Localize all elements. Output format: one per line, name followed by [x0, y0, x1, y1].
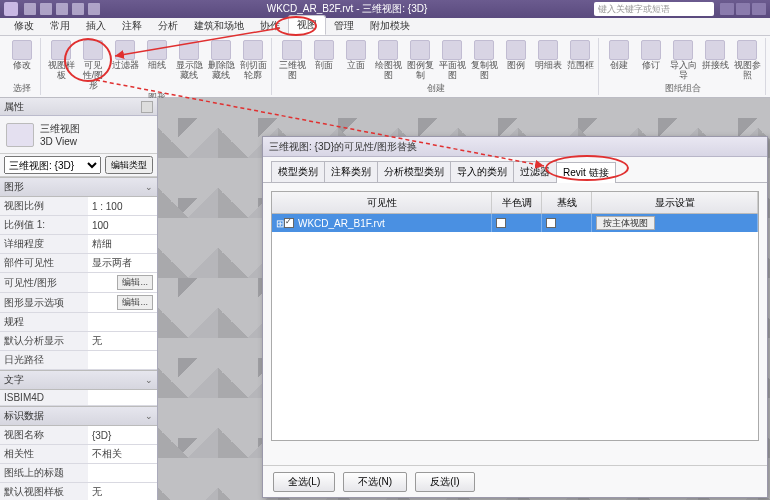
prop-value[interactable]: 显示两者 [88, 254, 157, 273]
prop-section-head[interactable]: 标识数据⌄ [0, 406, 157, 426]
ribbon-tab-1[interactable]: 常用 [42, 17, 78, 35]
prop-section-head[interactable]: 图形⌄ [0, 177, 157, 197]
prop-value[interactable] [88, 351, 157, 370]
ribbon-button[interactable]: 范围框 [566, 40, 594, 71]
edit-button[interactable]: 编辑... [117, 275, 153, 290]
select-none-button[interactable]: 不选(N) [343, 472, 407, 492]
prop-value[interactable]: 无 [88, 483, 157, 501]
dialog-tab-2[interactable]: 分析模型类别 [377, 161, 451, 182]
prop-section-head[interactable]: 文字⌄ [0, 370, 157, 390]
prop-value[interactable]: {3D} [88, 426, 157, 445]
prop-row[interactable]: 部件可见性显示两者 [0, 254, 157, 273]
ribbon-button[interactable]: 视图参照 [733, 40, 761, 81]
ribbon-tab-8[interactable]: 管理 [326, 17, 362, 35]
expand-icon[interactable]: ⊞ [276, 218, 284, 229]
select-all-button[interactable]: 全选(L) [273, 472, 335, 492]
minimize-button[interactable] [720, 3, 734, 15]
ribbon-tab-2[interactable]: 插入 [78, 17, 114, 35]
ribbon-button[interactable]: 修改 [8, 40, 36, 71]
col-display[interactable]: 显示设置 [592, 192, 758, 213]
prop-value[interactable] [88, 464, 157, 483]
instance-selector[interactable]: 三维视图: {3D} [4, 156, 101, 174]
prop-row[interactable]: 视图比例1 : 100 [0, 197, 157, 216]
ribbon-button[interactable]: 拼接线 [701, 40, 729, 71]
prop-row[interactable]: 比例值 1:100 [0, 216, 157, 235]
ribbon-tab-3[interactable]: 注释 [114, 17, 150, 35]
ribbon-button[interactable]: 平面视图 [438, 40, 466, 81]
type-tile[interactable]: 三维视图 3D View [0, 116, 157, 154]
ribbon-button[interactable]: 细线 [143, 40, 171, 71]
ribbon-button[interactable]: 立面 [342, 40, 370, 71]
prop-row[interactable]: 规程 [0, 313, 157, 332]
prop-value[interactable]: 无 [88, 332, 157, 351]
col-visibility[interactable]: 可见性 [272, 192, 492, 213]
ribbon-tab-7[interactable]: 视图 [288, 15, 326, 35]
ribbon-button[interactable]: 绘图视图 [374, 40, 402, 81]
dialog-tab-4[interactable]: 过滤器 [513, 161, 557, 182]
prop-value[interactable]: 100 [88, 216, 157, 235]
qat-save-icon[interactable] [40, 3, 52, 15]
dialog-tab-3[interactable]: 导入的类别 [450, 161, 514, 182]
prop-value[interactable] [88, 390, 157, 406]
ribbon-button[interactable]: 删除隐藏线 [207, 40, 235, 81]
ribbon-button[interactable]: 剖切面轮廓 [239, 40, 267, 81]
ribbon-button[interactable]: 复制视图 [470, 40, 498, 81]
edit-button[interactable]: 编辑... [117, 295, 153, 310]
ribbon-button[interactable]: 可见性/图形 [79, 40, 107, 91]
ribbon-button[interactable]: 剖面 [310, 40, 338, 71]
display-settings-button[interactable]: 按主体视图 [596, 216, 655, 230]
ribbon-button[interactable]: 修订 [637, 40, 665, 71]
ribbon-tab-4[interactable]: 分析 [150, 17, 186, 35]
prop-value[interactable]: 编辑... [88, 273, 157, 293]
ribbon-button[interactable]: 三维视图 [278, 40, 306, 81]
prop-row[interactable]: 默认分析显示无 [0, 332, 157, 351]
search-input[interactable]: 键入关键字或短语 [594, 2, 714, 16]
edit-type-button[interactable]: 编辑类型 [105, 156, 153, 174]
prop-row[interactable]: ISBIM4D [0, 390, 157, 406]
ribbon-tab-6[interactable]: 协作 [252, 17, 288, 35]
ribbon-button[interactable]: 过滤器 [111, 40, 139, 71]
maximize-button[interactable] [736, 3, 750, 15]
dialog-tab-5[interactable]: Revit 链接 [556, 162, 616, 183]
prop-row[interactable]: 默认视图样板无 [0, 483, 157, 501]
halftone-checkbox[interactable] [496, 218, 506, 228]
prop-value[interactable]: 精细 [88, 235, 157, 254]
prop-value[interactable]: 编辑... [88, 293, 157, 313]
prop-row[interactable]: 日光路径 [0, 351, 157, 370]
properties-close-icon[interactable] [141, 101, 153, 113]
ribbon-button[interactable]: 显示隐藏线 [175, 40, 203, 81]
close-button[interactable] [752, 3, 766, 15]
ribbon-button[interactable]: 图例 [502, 40, 530, 71]
qat-undo-icon[interactable] [56, 3, 68, 15]
dialog-tab-1[interactable]: 注释类别 [324, 161, 378, 182]
ribbon-button[interactable]: 创建 [605, 40, 633, 71]
link-row[interactable]: ⊞ WKCD_AR_B1F.rvt按主体视图 [272, 214, 758, 232]
prop-row[interactable]: 可见性/图形编辑... [0, 273, 157, 293]
prop-value[interactable]: 1 : 100 [88, 197, 157, 216]
prop-value[interactable]: 不相关 [88, 445, 157, 464]
app-icon[interactable] [4, 2, 18, 16]
prop-row[interactable]: 详细程度精细 [0, 235, 157, 254]
qat-print-icon[interactable] [88, 3, 100, 15]
invert-selection-button[interactable]: 反选(I) [415, 472, 474, 492]
qat-open-icon[interactable] [24, 3, 36, 15]
dialog-tab-0[interactable]: 模型类别 [271, 161, 325, 182]
prop-row[interactable]: 相关性不相关 [0, 445, 157, 464]
prop-row[interactable]: 图纸上的标题 [0, 464, 157, 483]
underlay-checkbox[interactable] [546, 218, 556, 228]
qat-redo-icon[interactable] [72, 3, 84, 15]
prop-row[interactable]: 图形显示选项编辑... [0, 293, 157, 313]
ribbon-icon [506, 40, 526, 60]
ribbon-tab-0[interactable]: 修改 [6, 17, 42, 35]
ribbon-tab-5[interactable]: 建筑和场地 [186, 17, 252, 35]
prop-row[interactable]: 视图名称{3D} [0, 426, 157, 445]
col-halftone[interactable]: 半色调 [492, 192, 542, 213]
ribbon-tab-9[interactable]: 附加模块 [362, 17, 418, 35]
ribbon-button[interactable]: 图例复制 [406, 40, 434, 81]
ribbon-button[interactable]: 视图样板 [47, 40, 75, 81]
visibility-checkbox[interactable] [284, 218, 294, 228]
ribbon-button[interactable]: 导入向导 [669, 40, 697, 81]
ribbon-button[interactable]: 明细表 [534, 40, 562, 71]
col-underlay[interactable]: 基线 [542, 192, 592, 213]
prop-value[interactable] [88, 313, 157, 332]
